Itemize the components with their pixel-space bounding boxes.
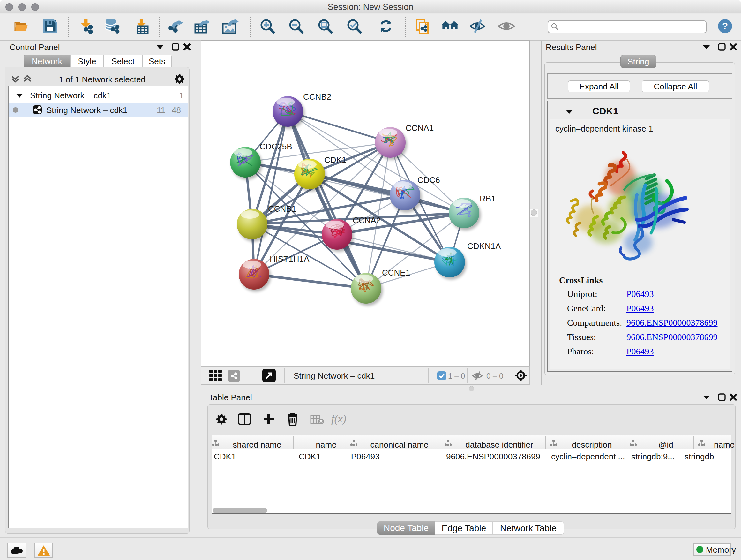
svg-text:CCNB1: CCNB1 [268,204,296,213]
svg-text:CCNA1: CCNA1 [406,123,434,133]
svg-text:CDC6: CDC6 [417,175,440,185]
svg-text:CCNE1: CCNE1 [382,268,410,277]
svg-text:HIST1H1A: HIST1H1A [270,254,310,264]
svg-text:CCNA2: CCNA2 [353,215,381,225]
svg-text:CDK1: CDK1 [324,155,346,165]
svg-text:CDC25B: CDC25B [259,142,292,151]
svg-text:RB1: RB1 [480,194,496,203]
svg-text:CCNB2: CCNB2 [303,92,331,102]
svg-text:CDKN1A: CDKN1A [467,241,501,251]
svg-text:?: ? [722,21,728,31]
